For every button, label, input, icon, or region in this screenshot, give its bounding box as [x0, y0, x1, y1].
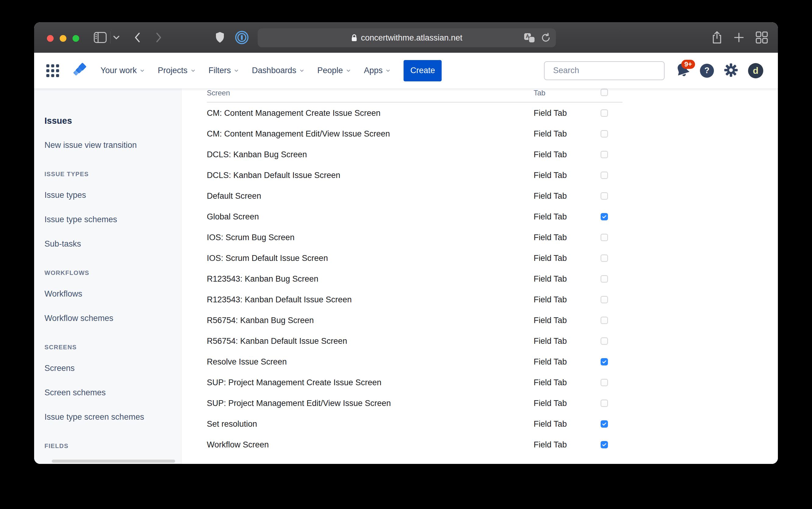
table-row: DCLS: Kanban Bug Screen Field Tab — [207, 144, 623, 165]
url-field[interactable]: concertwithme.atlassian.net A — [258, 28, 556, 47]
row-screen-name: DCLS: Kanban Default Issue Screen — [207, 171, 533, 180]
lock-icon — [351, 34, 357, 42]
row-checkbox[interactable] — [601, 441, 608, 448]
row-checkbox[interactable] — [601, 254, 608, 262]
table-row: Set resolution Field Tab — [207, 414, 623, 434]
row-tab-name: Field Tab — [533, 192, 601, 201]
search-box[interactable] — [544, 61, 665, 80]
admin-sidebar: Issues New issue view transitionISSUE TY… — [34, 89, 182, 464]
row-checkbox[interactable] — [601, 234, 608, 241]
table-row: R56754: Kanban Bug Screen Field Tab — [207, 310, 623, 331]
row-tab-name: Field Tab — [533, 150, 601, 160]
row-tab-name: Field Tab — [533, 378, 601, 387]
sidebar-item-workflow-schemes[interactable]: Workflow schemes — [44, 312, 181, 324]
row-screen-name: Resolve Issue Screen — [207, 357, 533, 367]
row-tab-name: Field Tab — [533, 337, 601, 346]
help-icon[interactable]: ? — [700, 64, 714, 78]
row-checkbox[interactable] — [601, 213, 608, 220]
row-checkbox[interactable] — [601, 420, 608, 428]
sidebar-section-workflows: WORKFLOWS — [44, 269, 181, 277]
main-content: Screen Tab CM: Content Management Create… — [182, 89, 778, 464]
table-row: DCLS: Kanban Default Issue Screen Field … — [207, 165, 623, 185]
jira-logo[interactable] — [72, 62, 88, 80]
table-row: Resolve Issue Screen Field Tab — [207, 351, 623, 372]
row-screen-name: Default Screen — [207, 192, 533, 201]
share-icon[interactable] — [711, 22, 723, 53]
row-tab-name: Field Tab — [533, 316, 601, 325]
row-screen-name: IOS: Scrum Bug Screen — [207, 233, 533, 242]
row-checkbox[interactable] — [601, 109, 608, 117]
minimize-window-button[interactable] — [60, 35, 66, 42]
close-window-button[interactable] — [47, 35, 53, 42]
row-checkbox[interactable] — [601, 379, 608, 386]
nav-item-apps[interactable]: Apps — [364, 66, 391, 75]
sidebar-item-issue-types[interactable]: Issue types — [44, 189, 181, 201]
tab-overview-icon[interactable] — [755, 22, 769, 53]
window-titlebar[interactable]: concertwithme.atlassian.net A — [34, 22, 778, 53]
row-tab-name: Field Tab — [533, 253, 601, 263]
nav-item-your-work[interactable]: Your work — [101, 66, 145, 75]
sidebar-item-issue-type-schemes[interactable]: Issue type schemes — [44, 213, 181, 226]
nav-item-dashboards[interactable]: Dashboards — [252, 66, 304, 75]
translate-icon[interactable]: A — [524, 33, 534, 42]
column-header-screen: Screen — [207, 89, 533, 97]
table-row: R123543: Kanban Bug Screen Field Tab — [207, 269, 623, 289]
row-screen-name: IOS: Scrum Default Issue Screen — [207, 253, 533, 263]
chevron-down-icon[interactable] — [113, 22, 120, 53]
sidebar-items: New issue view transitionISSUE TYPESIssu… — [44, 139, 181, 450]
row-tab-name: Field Tab — [533, 274, 601, 284]
user-avatar[interactable]: d — [748, 63, 763, 78]
password-manager-icon[interactable] — [234, 22, 250, 53]
new-tab-icon[interactable] — [733, 22, 745, 53]
row-checkbox[interactable] — [601, 172, 608, 179]
titlebar-divider — [110, 31, 111, 43]
row-checkbox[interactable] — [601, 358, 608, 366]
sidebar-item-issue-type-screen-schemes[interactable]: Issue type screen schemes — [44, 411, 181, 423]
row-checkbox[interactable] — [601, 317, 608, 324]
row-tab-name: Field Tab — [533, 171, 601, 180]
back-icon[interactable] — [134, 22, 141, 53]
reload-icon[interactable] — [541, 33, 550, 43]
create-button[interactable]: Create — [404, 60, 442, 81]
sidebar-toggle-icon[interactable] — [93, 22, 107, 53]
row-screen-name: R56754: Kanban Bug Screen — [207, 316, 533, 325]
url-text: concertwithme.atlassian.net — [361, 33, 463, 43]
privacy-shield-icon[interactable] — [214, 22, 225, 53]
jira-navbar: Your work Projects Filters Dashboards Pe… — [34, 53, 778, 89]
chevron-down-icon — [385, 68, 391, 73]
chevron-down-icon — [234, 68, 239, 73]
row-screen-name: SUP: Project Management Create Issue Scr… — [207, 378, 533, 387]
row-checkbox[interactable] — [601, 275, 608, 282]
nav-item-filters[interactable]: Filters — [209, 66, 239, 75]
screens-table-body: CM: Content Management Create Issue Scre… — [207, 103, 623, 455]
table-row: Global Screen Field Tab — [207, 206, 623, 227]
browser-window: concertwithme.atlassian.net A — [34, 22, 778, 464]
row-checkbox[interactable] — [601, 130, 608, 137]
app-switcher-icon[interactable] — [46, 64, 59, 77]
row-checkbox[interactable] — [601, 400, 608, 407]
sidebar-scrollbar[interactable] — [52, 460, 175, 463]
forward-icon[interactable] — [155, 22, 163, 53]
sidebar-item-new-issue-view-transition[interactable]: New issue view transition — [44, 139, 181, 151]
table-row: R56754: Kanban Default Issue Screen Fiel… — [207, 331, 623, 351]
search-input[interactable] — [553, 66, 662, 76]
sidebar-item-workflows[interactable]: Workflows — [44, 288, 181, 300]
row-tab-name: Field Tab — [533, 108, 601, 118]
settings-gear-icon[interactable] — [724, 63, 738, 79]
row-screen-name: Set resolution — [207, 419, 533, 429]
nav-item-projects[interactable]: Projects — [158, 66, 196, 75]
row-checkbox[interactable] — [601, 296, 608, 303]
zoom-window-button[interactable] — [73, 35, 79, 42]
table-row: Default Screen Field Tab — [207, 185, 623, 206]
select-all-checkbox[interactable] — [601, 89, 608, 96]
sidebar-item-screens[interactable]: Screens — [44, 362, 181, 374]
row-checkbox[interactable] — [601, 337, 608, 345]
nav-item-people[interactable]: People — [318, 66, 351, 75]
notifications-bell-icon[interactable]: 9+ — [674, 62, 690, 79]
row-checkbox[interactable] — [601, 151, 608, 158]
row-checkbox[interactable] — [601, 192, 608, 200]
sidebar-item-sub-tasks[interactable]: Sub-tasks — [44, 238, 181, 250]
desktop-background: concertwithme.atlassian.net A — [0, 0, 812, 509]
sidebar-item-screen-schemes[interactable]: Screen schemes — [44, 386, 181, 399]
row-screen-name: SUP: Project Management Edit/View Issue … — [207, 399, 533, 408]
